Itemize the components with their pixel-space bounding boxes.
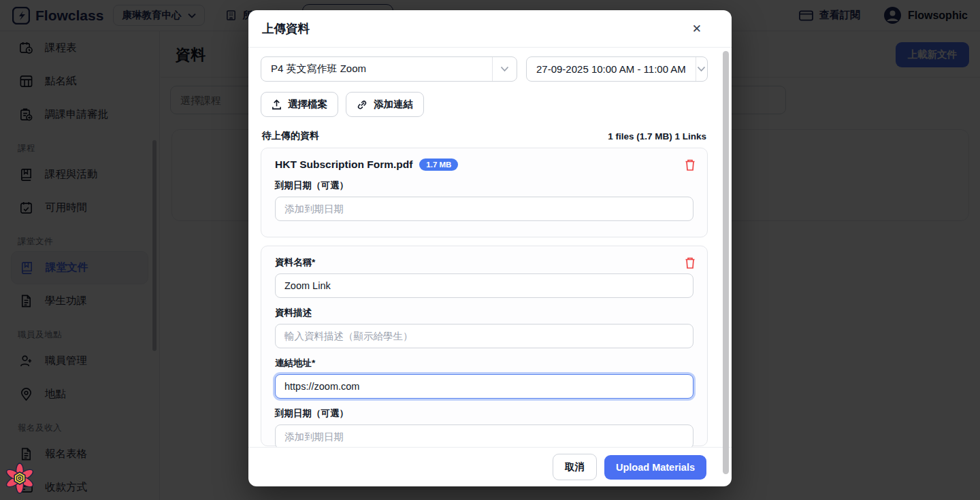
pending-summary: 1 files (1.7 MB) 1 Links [608, 131, 706, 141]
link-name-input[interactable] [275, 273, 693, 298]
file-row: HKT Subscription Form.pdf 1.7 MB [275, 159, 693, 171]
link-expiry-label: 到期日期（可選） [275, 407, 693, 420]
link-icon [357, 99, 368, 110]
delete-link-button[interactable] [683, 255, 698, 273]
pending-row: 待上傳的資料 1 files (1.7 MB) 1 Links [262, 130, 706, 142]
link-description-label: 資料描述 [275, 307, 693, 319]
file-expiry-label: 到期日期（可選） [275, 180, 693, 192]
course-select-value: P4 英文寫作班 Zoom [261, 63, 376, 76]
modal-title: 上傳資料 [262, 20, 310, 37]
actions-row: 選擇檔案 添加連結 [261, 92, 708, 117]
course-select[interactable]: P4 英文寫作班 Zoom [261, 56, 517, 82]
choose-file-button[interactable]: 選擇檔案 [261, 92, 338, 117]
chevron-down-icon [696, 57, 707, 81]
delete-file-button[interactable] [683, 157, 698, 175]
link-expiry-input[interactable] [275, 424, 693, 447]
cancel-button[interactable]: 取消 [553, 454, 597, 480]
link-url-input[interactable] [275, 374, 693, 399]
link-name-label: 資料名稱* [275, 256, 693, 269]
app: Flowclass 康琳教育中心 所有學校 查看你的網站 [0, 0, 980, 500]
add-link-button[interactable]: 添加連結 [346, 92, 424, 117]
modal-scrollbar[interactable] [723, 51, 729, 474]
link-url-label: 連結地址* [275, 357, 693, 369]
session-select-value: 27-09-2025 10:00 AM - 11:00 AM [527, 63, 696, 75]
flower-logo[interactable] [4, 460, 35, 498]
modal-footer: 取消 Upload Materials [248, 447, 732, 486]
add-link-label: 添加連結 [374, 98, 413, 111]
file-size-badge: 1.7 MB [419, 159, 458, 171]
pending-file-card: HKT Subscription Form.pdf 1.7 MB 到期日期（可選… [261, 148, 708, 237]
link-description-input[interactable] [275, 324, 693, 348]
pending-link-card: 資料名稱* 資料描述 連結地址* 到期日期（可選） [261, 246, 708, 446]
pending-materials-label: 待上傳的資料 [262, 130, 319, 142]
trash-icon [684, 159, 696, 171]
modal-header: 上傳資料 ✕ [248, 10, 732, 48]
upload-materials-modal: 上傳資料 ✕ P4 英文寫作班 Zoom 27-09-2025 10:00 AM… [248, 10, 732, 486]
choose-file-label: 選擇檔案 [288, 98, 327, 111]
close-icon[interactable]: ✕ [689, 20, 718, 37]
file-expiry-input[interactable] [275, 197, 693, 221]
upload-materials-button[interactable]: Upload Materials [604, 455, 706, 480]
file-name: HKT Subscription Form.pdf [275, 159, 412, 171]
chevron-down-icon [492, 57, 517, 81]
modal-body: P4 英文寫作班 Zoom 27-09-2025 10:00 AM - 11:0… [248, 48, 732, 447]
selects-row: P4 英文寫作班 Zoom 27-09-2025 10:00 AM - 11:0… [261, 56, 708, 82]
trash-icon [684, 256, 696, 269]
upload-icon [272, 99, 282, 110]
session-select[interactable]: 27-09-2025 10:00 AM - 11:00 AM [526, 56, 708, 82]
